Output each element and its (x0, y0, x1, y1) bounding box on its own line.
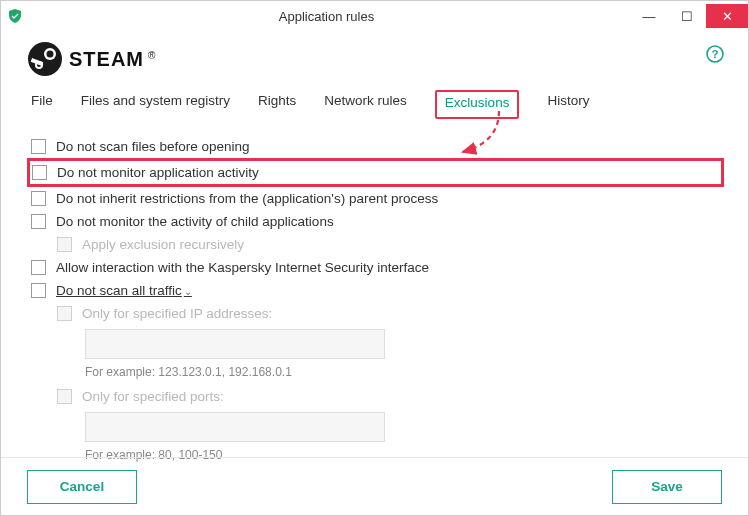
ip-hint: For example: 123.123.0.1, 192.168.0.1 (31, 363, 718, 385)
svg-point-2 (47, 51, 54, 58)
checkbox-apply-recursive (57, 237, 72, 252)
app-name: STEAM (69, 48, 144, 71)
exclusions-content: Do not scan files before opening Do not … (1, 119, 748, 468)
option-only-ports: Only for specified ports: (31, 385, 718, 408)
no-scan-traffic-dropdown[interactable]: Do not scan all traffic⌄ (56, 283, 192, 298)
checkbox-allow-interaction[interactable] (31, 260, 46, 275)
tab-files-registry[interactable]: Files and system registry (81, 93, 230, 119)
ip-addresses-input (85, 329, 385, 359)
option-no-inherit: Do not inherit restrictions from the (ap… (31, 187, 718, 210)
option-label: Only for specified ports: (82, 389, 224, 404)
option-no-monitor-activity: Do not monitor application activity (27, 158, 724, 187)
steam-icon (27, 41, 63, 77)
option-label: Do not monitor the activity of child app… (56, 214, 334, 229)
tab-exclusions[interactable]: Exclusions (435, 90, 520, 119)
window-title: Application rules (23, 9, 630, 24)
save-button[interactable]: Save (612, 470, 722, 504)
svg-text:?: ? (712, 48, 719, 60)
application-rules-window: Application rules ― ☐ ✕ STEAM ® ? File F… (0, 0, 749, 516)
steam-logo: STEAM ® (27, 41, 155, 77)
tab-network-rules[interactable]: Network rules (324, 93, 407, 119)
checkbox-no-inherit[interactable] (31, 191, 46, 206)
app-shield-icon (7, 8, 23, 24)
option-apply-recursive: Apply exclusion recursively (31, 233, 718, 256)
option-label: Apply exclusion recursively (82, 237, 244, 252)
checkbox-no-monitor-activity[interactable] (32, 165, 47, 180)
option-no-scan-open: Do not scan files before opening (31, 135, 718, 158)
ports-input (85, 412, 385, 442)
option-no-monitor-child: Do not monitor the activity of child app… (31, 210, 718, 233)
tab-rights[interactable]: Rights (258, 93, 296, 119)
option-no-scan-traffic: Do not scan all traffic⌄ (31, 279, 718, 302)
option-label: Do not monitor application activity (57, 165, 259, 180)
checkbox-only-ports (57, 389, 72, 404)
option-label: Do not inherit restrictions from the (ap… (56, 191, 438, 206)
minimize-button[interactable]: ― (630, 4, 668, 28)
window-controls: ― ☐ ✕ (630, 4, 748, 28)
chevron-down-icon: ⌄ (184, 286, 192, 297)
checkbox-no-scan-open[interactable] (31, 139, 46, 154)
tab-history[interactable]: History (547, 93, 589, 119)
checkbox-only-ip (57, 306, 72, 321)
option-label: Do not scan files before opening (56, 139, 250, 154)
header-row: STEAM ® ? (1, 31, 748, 81)
option-label: Only for specified IP addresses: (82, 306, 272, 321)
tab-bar: File Files and system registry Rights Ne… (1, 81, 748, 119)
close-button[interactable]: ✕ (706, 4, 748, 28)
titlebar: Application rules ― ☐ ✕ (1, 1, 748, 31)
help-icon[interactable]: ? (706, 45, 724, 63)
footer: Cancel Save (1, 457, 748, 515)
cancel-button[interactable]: Cancel (27, 470, 137, 504)
option-only-ip: Only for specified IP addresses: (31, 302, 718, 325)
checkbox-no-monitor-child[interactable] (31, 214, 46, 229)
tab-file[interactable]: File (31, 93, 53, 119)
option-allow-interaction: Allow interaction with the Kaspersky Int… (31, 256, 718, 279)
maximize-button[interactable]: ☐ (668, 4, 706, 28)
checkbox-no-scan-traffic[interactable] (31, 283, 46, 298)
option-label: Allow interaction with the Kaspersky Int… (56, 260, 429, 275)
